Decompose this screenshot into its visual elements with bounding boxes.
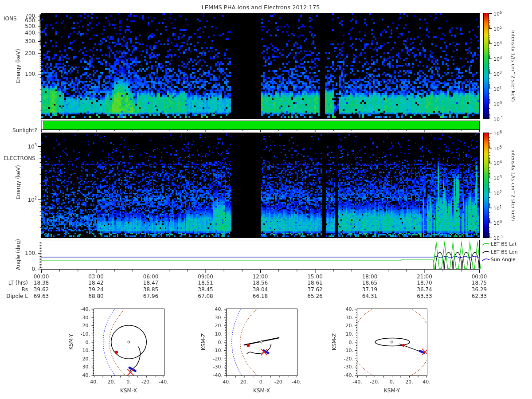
- angle-ytick-label: 100.: [25, 250, 37, 256]
- orbit3-ylabel: KSM-Z: [332, 333, 337, 350]
- orbit-ytick-label: 30.: [346, 315, 354, 320]
- row-value: 37.19: [362, 287, 377, 292]
- orbit-xtick-label: -20.: [141, 379, 151, 384]
- colorbar-tick-label: 103: [493, 176, 502, 181]
- colorbar-tick-label: 103: [493, 56, 502, 62]
- row-value: 68.80: [88, 293, 103, 299]
- time-tick-label: 15:00: [307, 274, 323, 279]
- row-value: 18.75: [472, 280, 487, 286]
- electron-energy-axis-label: Energy (keV): [16, 165, 21, 199]
- angle-ytick-label: 0.: [32, 266, 37, 272]
- row-label-lt: LT (hrs): [8, 280, 28, 286]
- orbit-xtick-label: 0.: [259, 379, 264, 384]
- orbit-ytick-label: 10.: [82, 348, 90, 353]
- colorbar-tick-label: 102: [493, 71, 502, 77]
- plot-canvas: [0, 0, 532, 399]
- orbit-ytick-label: 30.: [215, 315, 223, 320]
- time-tick-label: 09:00: [198, 274, 213, 279]
- orbit-ytick-label: -30.: [213, 364, 223, 369]
- time-tick-label: 06:00: [143, 274, 159, 279]
- row-value: 65.26: [307, 293, 322, 299]
- orbit-ytick-label: 40.: [346, 306, 354, 311]
- orbit-xtick-label: 20.: [405, 379, 413, 384]
- ion-ytick-label: 600.: [25, 18, 37, 23]
- row-value: 18.56: [253, 280, 268, 286]
- orbit-ytick-label: -30.: [81, 315, 90, 320]
- ion-ytick-label: 400.: [25, 30, 37, 35]
- ion-ytick-label: 500.: [25, 23, 37, 29]
- row-value: 18.47: [143, 280, 158, 286]
- colorbar-tick-label: 102: [493, 191, 502, 196]
- row-value: 39.62: [34, 287, 49, 292]
- orbit-xtick-label: 0.: [390, 379, 395, 384]
- row-value: 36.74: [417, 287, 432, 292]
- row-value: 18.65: [362, 280, 377, 286]
- colorbar-tick-label: 10-1: [493, 117, 503, 122]
- orbit-ytick-label: 20.: [346, 323, 354, 328]
- orbit-xtick-label: 20.: [107, 379, 115, 384]
- orbit-ytick-label: -20.: [344, 356, 353, 361]
- row-value: 38.45: [198, 287, 213, 292]
- row-value: 36.29: [472, 287, 487, 292]
- colorbar-tick-label: 106: [493, 131, 502, 137]
- orbit-ytick-label: 20.: [82, 356, 90, 361]
- time-tick-label: 21:00: [417, 274, 432, 279]
- row-value: 69.63: [34, 293, 49, 299]
- angle-axis-label: Angle (deg): [16, 239, 21, 270]
- row-value: 18.61: [307, 280, 322, 286]
- orbit-xtick-label: 20.: [240, 379, 248, 384]
- orbit-ytick-label: 0.: [218, 340, 223, 344]
- orbit-xtick-label: -20.: [370, 379, 379, 384]
- row-label-rs: Rs: [21, 287, 28, 292]
- orbit-ytick-label: 40.: [215, 306, 223, 311]
- colorbar-tick-label: 104: [493, 160, 502, 166]
- colorbar-tick-label: 105: [493, 26, 502, 32]
- orbit-ytick-label: 20.: [215, 323, 223, 328]
- colorbar-tick-label: 106: [493, 11, 502, 17]
- row-value: 18.51: [198, 280, 213, 286]
- orbit3-xlabel: KSM-Y: [384, 388, 400, 393]
- row-value: 39.24: [88, 287, 103, 292]
- row-value: 64.31: [362, 293, 377, 299]
- colorbar-tick-label: 104: [493, 41, 502, 47]
- row-value: 18.70: [417, 280, 432, 286]
- legend-let-bs-lat: LET BS Lat: [491, 242, 516, 246]
- orbit-xtick-label: -20.: [274, 379, 284, 384]
- time-tick-label: 03:00: [88, 274, 104, 279]
- ion-energy-axis-label: Energy (keV): [16, 49, 21, 83]
- electron-ytick-label: 103: [28, 144, 37, 149]
- sunlight-label: Sunlight?: [12, 128, 37, 133]
- row-value: 63.33: [417, 293, 432, 299]
- row-value: 67.96: [143, 293, 158, 299]
- orbit-ytick-label: -20.: [81, 323, 90, 328]
- orbit-xtick-label: -40.: [292, 379, 301, 384]
- row-value: 18.38: [34, 280, 49, 286]
- orbit2-ylabel: KSM-Z: [201, 333, 206, 350]
- page-title: LEMMS PHA Ions and Electrons 2012:175: [202, 4, 320, 10]
- ion-ytick-label: 200.: [25, 51, 37, 56]
- orbit1-xlabel: KSM-X: [120, 388, 137, 393]
- orbit-ytick-label: 40.: [82, 373, 90, 378]
- colorbar-tick-label: 105: [493, 145, 502, 151]
- ion-ytick-label: 300.: [25, 39, 37, 44]
- row-value: 67.08: [198, 293, 213, 299]
- legend-sun-angle: Sun Angle: [491, 257, 516, 262]
- orbit-ytick-label: -40.: [213, 373, 223, 378]
- time-tick-label: 00:00: [472, 274, 487, 279]
- time-tick-label: 12:00: [253, 274, 268, 279]
- orbit-ytick-label: -40.: [344, 373, 353, 378]
- orbit-xtick-label: -40.: [352, 379, 362, 384]
- row-value: 37.62: [307, 287, 322, 292]
- colorbar-tick-label: 100: [493, 102, 502, 107]
- ion-ytick-label: 100.: [25, 71, 37, 77]
- row-value: 62.33: [472, 293, 487, 299]
- colorbar-tick-label: 101: [493, 205, 502, 211]
- orbit-ytick-label: -30.: [344, 364, 353, 369]
- row-label-dipole: Dipole L: [6, 293, 28, 299]
- orbit-ytick-label: -10.: [213, 348, 223, 353]
- legend-let-bs-lon: LET BS Lon: [491, 250, 518, 254]
- orbit-xtick-label: -40.: [159, 379, 168, 384]
- time-tick-label: 00:00: [34, 274, 49, 279]
- time-tick-label: 18:00: [362, 274, 378, 279]
- orbit1-ylabel: KSM-Y: [68, 334, 74, 350]
